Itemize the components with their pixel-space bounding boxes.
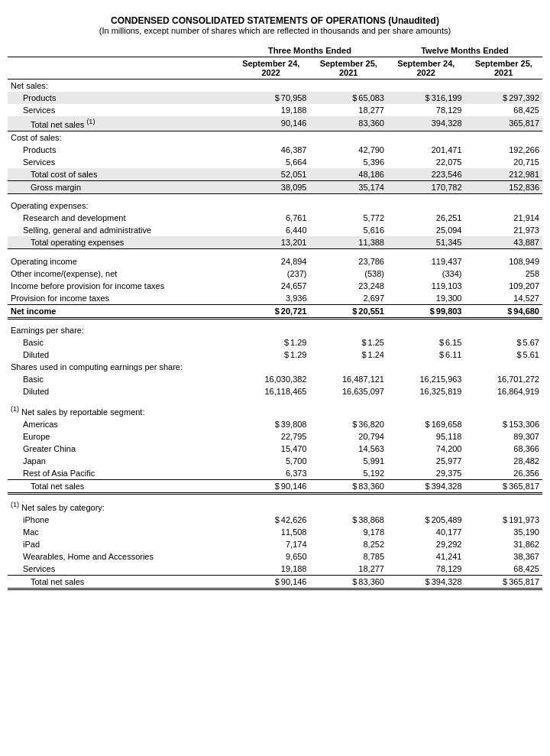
iphone-q4: $191,973 [465, 514, 543, 526]
mac-label: Mac [8, 526, 232, 538]
ipad-q4: 31,862 [465, 538, 543, 550]
cogs-s-q2: 5,396 [310, 156, 388, 168]
china-q3: 74,200 [387, 443, 465, 455]
cat-services-row: Services 19,188 18,277 78,129 68,425 [8, 563, 542, 576]
asia-q1: 6,373 [232, 467, 310, 480]
mac-q3: 40,177 [387, 526, 465, 538]
sh-diluted-q4: 16,864,919 [465, 385, 543, 397]
other-q3: (334) [387, 268, 465, 280]
main-title: CONDENSED CONSOLIDATED STATEMENTS OF OPE… [8, 15, 542, 26]
gross-margin-label: Gross margin [8, 180, 232, 193]
wear-q3: 41,241 [387, 550, 465, 563]
ni-q4: $94,680 [465, 304, 543, 318]
europe-row: Europe 22,795 20,794 95,118 89,307 [8, 430, 542, 443]
pretax-q4: 109,207 [465, 280, 543, 292]
americas-q3: $169,658 [387, 418, 465, 430]
other-q1: (237) [232, 268, 310, 280]
shares-header-row: Shares used in computing earnings per sh… [8, 361, 542, 373]
spacer-row-4 [8, 397, 542, 404]
china-q4: 68,366 [465, 443, 543, 455]
spacer-row-3 [8, 318, 542, 324]
cogs-services-row: Services 5,664 5,396 22,075 20,715 [8, 156, 542, 168]
financial-statements-table: Three Months Ended Twelve Months Ended S… [8, 44, 542, 590]
net-income-row: Net income $20,721 $20,551 $99,803 $94,6… [8, 304, 542, 318]
products-q2: $65,083 [310, 92, 388, 104]
europe-q3: 95,118 [387, 430, 465, 443]
total-cogs-q1: 52,051 [232, 168, 310, 181]
col-label-header [8, 44, 232, 57]
provision-label: Provision for income taxes [8, 292, 232, 305]
rest-asia-row: Rest of Asia Pacific 6,373 5,192 29,375 … [8, 467, 542, 480]
cat-svc-q3: 78,129 [387, 563, 465, 576]
sep25-2021-header: September 25,2021 [310, 57, 388, 79]
greater-china-label: Greater China [8, 443, 232, 455]
empty-cell [387, 131, 465, 144]
pretax-label: Income before provision for income taxes [8, 280, 232, 292]
wearables-label: Wearables, Home and Accessories [8, 550, 232, 563]
cat-tot-q4: $365,817 [465, 575, 543, 589]
cat-total-row: Total net sales $90,146 $83,360 $394,328… [8, 575, 542, 589]
china-q1: 15,470 [232, 443, 310, 455]
total-net-sales-label: Total net sales (1) [8, 116, 232, 131]
three-months-header: Three Months Ended [232, 44, 387, 57]
sga-label: Selling, general and administrative [8, 224, 232, 236]
shares-basic-row: Basic 16,030,382 16,487,121 16,215,963 1… [8, 373, 542, 385]
pretax-q1: 24,657 [232, 280, 310, 292]
tax-q3: 19,300 [387, 292, 465, 305]
tax-row: Provision for income taxes 3,936 2,697 1… [8, 292, 542, 305]
products-q3: $316,199 [387, 92, 465, 104]
total-cogs-q4: 212,981 [465, 168, 543, 181]
europe-q1: 22,795 [232, 430, 310, 443]
basic-q2: $1.25 [310, 336, 388, 349]
sh-basic-q2: 16,487,121 [310, 373, 388, 385]
pretax-q2: 23,248 [310, 280, 388, 292]
americas-label: Americas [8, 418, 232, 430]
mac-q2: 9,178 [310, 526, 388, 538]
diluted-eps-row: Diluted $1.29 $1.24 $6.11 $5.61 [8, 349, 542, 361]
cat-svc-q1: 19,188 [232, 563, 310, 576]
products-q1: $70,958 [232, 92, 310, 104]
spacer-row-2 [8, 249, 542, 255]
total-ns-q3: 394,328 [387, 116, 465, 131]
mac-q4: 35,190 [465, 526, 543, 538]
cat-services-label: Services [8, 563, 232, 576]
sh-diluted-q1: 16,118,465 [232, 385, 310, 397]
diluted-q3: $6.11 [387, 349, 465, 361]
sga-q1: 6,440 [232, 224, 310, 236]
ipad-q1: 7,174 [232, 538, 310, 550]
products-label: Products [8, 92, 232, 104]
ni-q1: $20,721 [232, 304, 310, 318]
cat-total-label: Total net sales [8, 575, 232, 589]
spacer-row-1 [8, 193, 542, 200]
iphone-label: iPhone [8, 514, 232, 526]
diluted-q1: $1.29 [232, 349, 310, 361]
cat-svc-q2: 18,277 [310, 563, 388, 576]
title-section: CONDENSED CONSOLIDATED STATEMENTS OF OPE… [8, 15, 542, 35]
eps-label: Earnings per share: [8, 324, 232, 336]
services-q1: 19,188 [232, 104, 310, 116]
opex-header-row: Operating expenses: [8, 200, 542, 212]
seg-tot-q2: $83,360 [310, 479, 388, 493]
cogs-p-q1: 46,387 [232, 144, 310, 156]
operating-income-row: Operating income 24,894 23,786 119,437 1… [8, 255, 542, 268]
total-cogs-q2: 48,186 [310, 168, 388, 181]
empty-cell [465, 131, 543, 144]
asia-q3: 29,375 [387, 467, 465, 480]
japan-q3: 25,977 [387, 455, 465, 467]
europe-label: Europe [8, 430, 232, 443]
products-q4: $297,392 [465, 92, 543, 104]
spacer-row-5 [8, 493, 542, 499]
gross-q1: 38,095 [232, 180, 310, 193]
diluted-q2: $1.24 [310, 349, 388, 361]
oi-q4: 108,949 [465, 255, 543, 268]
ni-q3: $99,803 [387, 304, 465, 318]
total-opex-row: Total operating expenses 13,201 11,388 5… [8, 236, 542, 249]
shares-diluted-label: Diluted [8, 385, 232, 397]
cogs-p-q3: 201,471 [387, 144, 465, 156]
ni-q2: $20,551 [310, 304, 388, 318]
oi-q1: 24,894 [232, 255, 310, 268]
operating-income-label: Operating income [8, 255, 232, 268]
americas-q4: $153,306 [465, 418, 543, 430]
sh-diluted-q3: 16,325,819 [387, 385, 465, 397]
seg-total-label: Total net sales [8, 479, 232, 493]
